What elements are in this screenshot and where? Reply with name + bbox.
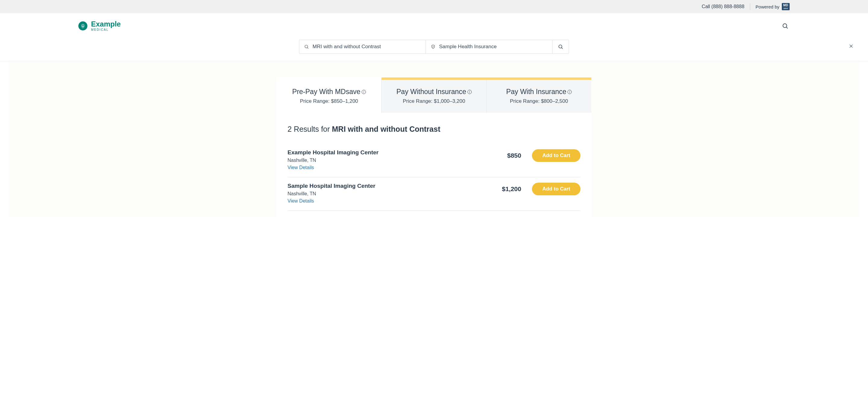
tab-price-range: Price Range: $850–1,200 — [283, 98, 375, 104]
mdsave-top: MD — [783, 4, 788, 7]
results-heading: 2 Results for MRI with and without Contr… — [287, 125, 581, 133]
svg-line-5 — [561, 48, 562, 49]
info-icon[interactable]: i — [567, 90, 572, 94]
result-price: $850 — [507, 152, 521, 159]
procedure-search-field[interactable] — [299, 40, 426, 53]
results-query: MRI with and without Contrast — [332, 125, 440, 133]
results-body: 2 Results for MRI with and without Contr… — [277, 113, 591, 217]
shield-icon — [431, 44, 435, 49]
call-phone-text: Call (888) 888-8888 — [702, 4, 744, 9]
top-bar: Call (888) 888-8888 Powered by MD save — [0, 0, 868, 13]
content-area: Pre-Pay With MDsave i Price Range: $850–… — [8, 61, 860, 217]
add-to-cart-button[interactable]: Add to Cart — [532, 183, 581, 195]
svg-point-0 — [783, 24, 787, 28]
logo-name: Example — [91, 21, 121, 28]
svg-point-2 — [305, 45, 308, 48]
procedure-input[interactable] — [313, 44, 421, 50]
insurance-input[interactable] — [439, 44, 547, 50]
info-icon[interactable]: i — [467, 90, 472, 94]
info-icon[interactable]: i — [362, 90, 366, 94]
tab-title-text: Pay Without Insurance — [396, 88, 466, 96]
search-row — [0, 31, 868, 61]
result-right: $1,200 Add to Cart — [502, 183, 581, 195]
tab-title: Pre-Pay With MDsave i — [283, 88, 375, 96]
tab-price-range: Price Range: $800–2,500 — [493, 98, 585, 104]
svg-point-4 — [559, 45, 562, 48]
insurance-search-field[interactable] — [426, 40, 553, 53]
close-search-button[interactable] — [846, 41, 856, 51]
result-row: Sample Hospital Imaging Center Nashville… — [287, 177, 581, 211]
result-name: Sample Hospital Imaging Center — [287, 183, 375, 189]
search-icon — [304, 44, 309, 49]
result-name: Example Hospital Imaging Center — [287, 149, 378, 156]
result-price: $1,200 — [502, 185, 521, 192]
result-location: Nashville, TN — [287, 158, 378, 163]
view-details-link[interactable]: View Details — [287, 198, 314, 204]
tab-with-insurance[interactable]: Pay With Insurance i Price Range: $800–2… — [487, 80, 591, 113]
results-card: Pre-Pay With MDsave i Price Range: $850–… — [277, 78, 591, 217]
pricing-tabs: Pre-Pay With MDsave i Price Range: $850–… — [277, 78, 591, 113]
tab-title-text: Pay With Insurance — [506, 88, 566, 96]
search-group — [299, 40, 569, 54]
tab-title-text: Pre-Pay With MDsave — [292, 88, 361, 96]
result-location: Nashville, TN — [287, 191, 375, 197]
mdsave-bottom: save — [783, 7, 788, 9]
tab-title: Pay Without Insurance i — [388, 88, 480, 96]
powered-by: Powered by MD save — [755, 3, 789, 10]
tab-prepay-mdsave[interactable]: Pre-Pay With MDsave i Price Range: $850–… — [277, 78, 381, 113]
header: Example MEDICAL — [0, 13, 868, 31]
tab-without-insurance[interactable]: Pay Without Insurance i Price Range: $1,… — [381, 80, 487, 113]
svg-line-3 — [307, 48, 308, 49]
tab-price-range: Price Range: $1,000–3,200 — [388, 98, 480, 104]
logo[interactable]: Example MEDICAL — [79, 21, 121, 31]
results-count-prefix: 2 Results for — [287, 125, 332, 133]
page-shadow: Pre-Pay With MDsave i Price Range: $850–… — [0, 61, 868, 217]
search-submit-button[interactable] — [553, 40, 569, 53]
tab-title: Pay With Insurance i — [493, 88, 585, 96]
result-right: $850 Add to Cart — [507, 149, 581, 162]
result-info: Sample Hospital Imaging Center Nashville… — [287, 183, 375, 204]
logo-text: Example MEDICAL — [91, 21, 121, 31]
header-search-button[interactable] — [781, 21, 789, 30]
logo-subtitle: MEDICAL — [91, 28, 121, 31]
divider — [750, 3, 750, 10]
add-to-cart-button[interactable]: Add to Cart — [532, 149, 581, 162]
powered-by-label: Powered by — [755, 4, 779, 9]
logo-mark-icon — [79, 21, 87, 30]
svg-line-1 — [786, 27, 787, 28]
result-info: Example Hospital Imaging Center Nashvill… — [287, 149, 378, 170]
result-row: Example Hospital Imaging Center Nashvill… — [287, 144, 581, 177]
mdsave-logo-badge: MD save — [782, 3, 789, 10]
view-details-link[interactable]: View Details — [287, 165, 314, 170]
